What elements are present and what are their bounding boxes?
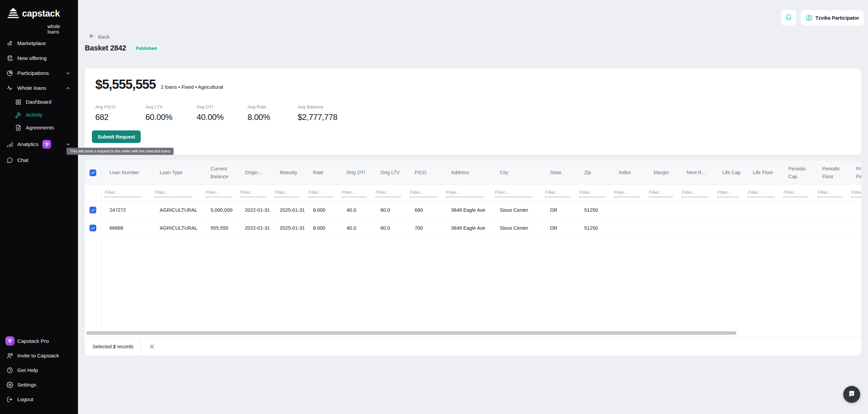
cell-origin: 2022-01-31	[237, 201, 272, 219]
column-header-zip[interactable]: Zip	[576, 161, 611, 185]
sidebar-item-agreements[interactable]: Agreements	[0, 121, 78, 134]
column-header-loan-number[interactable]: Loan Number	[101, 161, 152, 185]
select-all-checkbox[interactable]	[90, 169, 96, 176]
table-row[interactable]: 66666AGRICULTURAL555,5552022-01-312025-0…	[85, 219, 861, 237]
filter-input-zip[interactable]	[579, 189, 605, 197]
cell-loan-number: 247272	[101, 201, 152, 219]
page-title: Basket 2842	[85, 44, 126, 53]
column-header-loan-type[interactable]: Loan Type	[152, 161, 202, 185]
cell-current-balance: 555,555	[202, 219, 237, 237]
filter-input-margin[interactable]	[648, 189, 673, 197]
filter-input-address[interactable]	[446, 189, 484, 197]
gear-icon	[6, 381, 14, 389]
grid-icon	[15, 98, 22, 106]
selected-count: 2	[113, 344, 116, 349]
basket-summary-card: $5,555,555 2 loans • Fixed • Agricultura…	[85, 68, 861, 155]
table-row[interactable]: 247272AGRICULTURAL5,000,0002022-01-31202…	[85, 201, 861, 219]
column-header-next-r[interactable]: Next R…	[678, 161, 714, 185]
brand-logo[interactable]: capstack whole loans	[5, 6, 60, 22]
sidebar-item-invite-to-capstack[interactable]: Invite to Capstack	[0, 348, 78, 363]
sidebar-item-participations[interactable]: Participations	[0, 66, 78, 81]
filter-input-current-balance[interactable]	[205, 189, 231, 197]
cell-index	[611, 201, 646, 219]
users-icon	[6, 352, 14, 359]
filter-input-pre-per[interactable]	[851, 189, 861, 197]
filter-input-next-r[interactable]	[681, 189, 709, 197]
filter-input-city[interactable]	[494, 189, 532, 197]
cell-life-floor	[745, 201, 780, 219]
column-header-life-cap[interactable]: Life Cap	[714, 161, 745, 185]
column-header-rate[interactable]: Rate	[305, 161, 338, 185]
filter-input-life-floor[interactable]	[747, 189, 775, 197]
notifications-button[interactable]	[781, 10, 796, 25]
column-header-origin[interactable]: Origin…	[237, 161, 272, 185]
filter-input-index[interactable]	[613, 189, 640, 197]
column-header-margin[interactable]: Margin	[646, 161, 678, 185]
column-header-life-floor[interactable]: Life Floor	[745, 161, 780, 185]
sidebar-item-chat[interactable]: Chat	[0, 153, 78, 168]
filter-input-origin[interactable]	[239, 189, 266, 197]
column-header-periodic-cap[interactable]: Periodic Cap	[780, 161, 814, 185]
filter-input-orig-ltv[interactable]	[375, 189, 401, 197]
filter-input-periodic-floor[interactable]	[817, 189, 843, 197]
filter-input-periodic-cap[interactable]	[783, 189, 809, 197]
filter-input-loan-type[interactable]	[154, 189, 192, 197]
table-body: 247272AGRICULTURAL5,000,0002022-01-31202…	[85, 201, 861, 237]
row-checkbox[interactable]	[90, 225, 96, 231]
sidebar-item-get-help[interactable]: Get Help	[0, 363, 78, 377]
cell-orig-dti: 40.0	[338, 201, 372, 219]
column-header-address[interactable]: Address	[443, 161, 492, 185]
cell-pre-per	[848, 201, 861, 219]
sidebar-item-new-offering[interactable]: New offering	[0, 51, 78, 66]
sidebar-item-dashboard[interactable]: Dashboard	[0, 96, 78, 108]
user-circle-icon	[806, 14, 813, 21]
cell-orig-dti: 40.0	[338, 219, 372, 237]
column-header-index[interactable]: Index	[611, 161, 646, 185]
filter-input-rate[interactable]	[308, 189, 333, 197]
cell-loan-number: 66666	[101, 219, 152, 237]
chat-launcher-button[interactable]	[843, 386, 860, 403]
column-header-pre-per[interactable]: Pre… Per…	[848, 161, 861, 185]
submit-request-button[interactable]: Submit Request	[92, 130, 141, 143]
cell-next-r	[678, 201, 714, 219]
user-name: Tzvika Participator	[815, 15, 859, 21]
filter-input-orig-dti[interactable]	[341, 189, 367, 197]
chevron-down-icon	[65, 70, 71, 76]
column-header-periodic-floor[interactable]: Periodic Floor	[814, 161, 848, 185]
cell-orig-ltv: 60.0	[372, 201, 407, 219]
column-header-orig-ltv[interactable]: Orig LTV	[372, 161, 407, 185]
column-header-maturity[interactable]: Maturity	[272, 161, 305, 185]
clear-selection-button[interactable]	[147, 342, 156, 351]
filter-input-maturity[interactable]	[274, 189, 299, 197]
cell-fico: 680	[407, 201, 443, 219]
gem-badge-icon	[6, 337, 14, 345]
sidebar-item-whole-loans[interactable]: Whole loans	[0, 81, 78, 96]
cell-rate: 8.000	[305, 201, 338, 219]
cell-periodic-cap	[780, 201, 814, 219]
sidebar-item-capstack-pro[interactable]: Capstack Pro	[0, 334, 78, 348]
filter-input-state[interactable]	[545, 189, 571, 197]
sidebar-item-marketplace[interactable]: Marketplace	[0, 36, 78, 51]
row-checkbox[interactable]	[90, 207, 96, 213]
database-icon	[6, 55, 14, 62]
column-header-orig-dti[interactable]: Orig DTI	[338, 161, 372, 185]
column-header-fico[interactable]: FICO	[407, 161, 443, 185]
sidebar-item-logout[interactable]: Logout	[0, 392, 78, 407]
horizontal-scrollbar-thumb[interactable]	[86, 331, 736, 335]
column-header-current-balance[interactable]: Current Balance	[202, 161, 237, 185]
chat-bubble-icon	[847, 389, 856, 399]
filter-input-fico[interactable]	[409, 189, 437, 197]
help-icon	[6, 367, 14, 374]
arrow-left-icon	[88, 33, 95, 41]
column-header-city[interactable]: City	[492, 161, 542, 185]
sidebar-item-settings[interactable]: Settings	[0, 377, 78, 392]
filter-input-loan-number[interactable]	[104, 189, 142, 197]
back-button[interactable]: Back	[88, 33, 110, 41]
user-menu-chip[interactable]: Tzvika Participator	[801, 10, 864, 25]
cell-next-r	[678, 219, 714, 237]
brand-name: capstack	[22, 9, 60, 18]
filter-input-life-cap[interactable]	[717, 189, 739, 197]
sidebar-item-activity[interactable]: Activity	[0, 108, 78, 121]
column-header-state[interactable]: State	[542, 161, 576, 185]
brand-tagline: whole loans	[47, 24, 60, 35]
